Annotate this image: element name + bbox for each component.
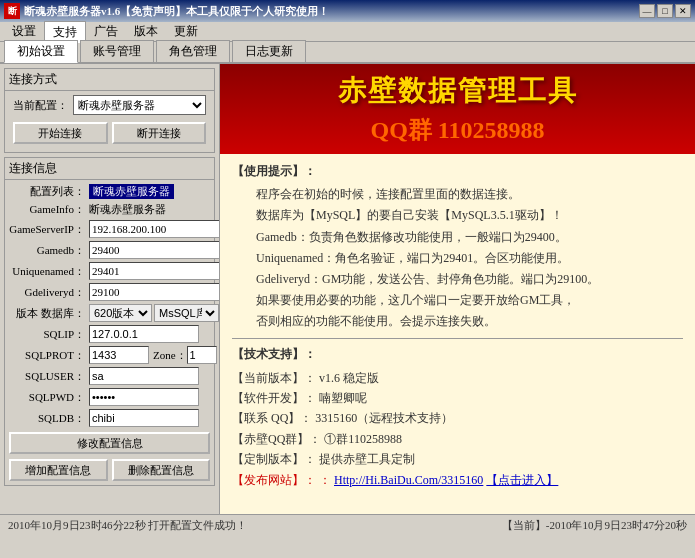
tab-role-mgmt[interactable]: 角色管理 <box>156 40 230 62</box>
add-config-button[interactable]: 增加配置信息 <box>9 459 108 481</box>
gamedb-label: Gamedb： <box>9 243 89 258</box>
tech-label-1: 【软件开发】： <box>232 391 316 405</box>
menu-settings[interactable]: 设置 <box>4 21 44 42</box>
maximize-button[interactable]: □ <box>657 4 673 18</box>
current-config-row: 当前配置： 断魂赤壁服务器 <box>9 95 210 115</box>
menu-bar: 设置 支持 广告 版本 更新 <box>0 22 695 42</box>
sqlip-row: SQLIP： <box>9 325 210 343</box>
connect-button[interactable]: 开始连接 <box>13 122 108 144</box>
usage-line-1: 数据库为【MySQL】的要自己安装【MySQL3.5.1驱动】！ <box>232 206 683 225</box>
publish-link-url[interactable]: Http://Hi.BaiDu.Com/3315160 <box>334 473 483 487</box>
config-list-value: 断魂赤壁服务器 <box>89 184 174 199</box>
sqlprot-input[interactable] <box>89 346 149 364</box>
info-section-content: 配置列表： 断魂赤壁服务器 GameInfo： 断魂赤壁服务器 GameServ… <box>5 180 214 485</box>
connect-section-content: 当前配置： 断魂赤壁服务器 开始连接 断开连接 <box>5 91 214 152</box>
sqlprot-row: SQLPROT： Zone： <box>9 346 210 364</box>
uniquenamed-input[interactable] <box>89 262 220 280</box>
sqldb-label: SQLDB： <box>9 411 89 426</box>
menu-version[interactable]: 版本 <box>126 21 166 42</box>
usage-title: 【使用提示】： <box>232 162 683 181</box>
usage-line-3: Uniquenamed：角色名验证，端口为29401。合区功能使用。 <box>232 249 683 268</box>
menu-update[interactable]: 更新 <box>166 21 206 42</box>
current-config-select[interactable]: 断魂赤壁服务器 <box>73 95 206 115</box>
connect-buttons: 开始连接 断开连接 <box>9 118 210 148</box>
uniquenamed-label: Uniquenamed： <box>9 264 89 279</box>
status-right: 【当前】-2010年10月9日23时47分20秒 <box>502 518 687 533</box>
tech-label-3: 【赤壁QQ群】： <box>232 432 321 446</box>
status-left: 2010年10月9日23时46分22秒 打开配置文件成功！ <box>8 518 247 533</box>
usage-line-2: Gamedb：负责角色数据修改功能使用，一般端口为29400。 <box>232 228 683 247</box>
tab-log-update[interactable]: 日志更新 <box>232 40 306 62</box>
info-divider <box>232 338 683 339</box>
tech-row-1: 【软件开发】： 喃塑卿呢 <box>232 388 683 408</box>
status-bar: 2010年10月9日23时46分22秒 打开配置文件成功！ 【当前】-2010年… <box>0 514 695 536</box>
tech-info: 【当前版本】： v1.6 稳定版 【软件开发】： 喃塑卿呢 【联系 QQ】： 3… <box>232 368 683 490</box>
gameserverip-label: GameServerIP： <box>9 222 89 237</box>
tech-label-4: 【定制版本】： <box>232 452 316 466</box>
uniquenamed-row: Uniquenamed： <box>9 262 210 280</box>
gameinfo-label: GameInfo： <box>9 202 89 217</box>
publish-value: ： <box>319 473 331 487</box>
tech-value-4: 提供赤壁工具定制 <box>319 452 415 466</box>
zone-input[interactable] <box>187 346 217 364</box>
app-icon: 断 <box>4 3 20 19</box>
publish-link-enter[interactable]: 【点击进入】 <box>486 473 558 487</box>
connect-section-title: 连接方式 <box>5 69 214 91</box>
minimize-button[interactable]: — <box>639 4 655 18</box>
sqlip-label: SQLIP： <box>9 327 89 342</box>
info-content: 【使用提示】： 程序会在初始的时候，连接配置里面的数据连接。 数据库为【MySQ… <box>220 154 695 514</box>
title-bar-left: 断 断魂赤壁服务器v1.6【免责声明】本工具仅限于个人研究使用！ <box>4 3 329 19</box>
add-delete-buttons: 增加配置信息 删除配置信息 <box>9 459 210 481</box>
sqldb-input[interactable] <box>89 409 199 427</box>
sqluser-label: SQLUSER： <box>9 369 89 384</box>
sqluser-input[interactable] <box>89 367 199 385</box>
banner: 赤壁数据管理工具 QQ群 110258988 <box>220 64 695 154</box>
tech-value-0: v1.6 稳定版 <box>319 371 379 385</box>
right-panel: 赤壁数据管理工具 QQ群 110258988 【使用提示】： 程序会在初始的时候… <box>220 64 695 514</box>
current-config-label: 当前配置： <box>13 98 73 113</box>
gameserverip-row: GameServerIP： <box>9 220 210 238</box>
tech-value-3: ①群110258988 <box>324 432 402 446</box>
sqlprot-label: SQLPROT： <box>9 348 89 363</box>
tech-row-2: 【联系 QQ】： 3315160（远程技术支持） <box>232 408 683 428</box>
gameserverip-input[interactable] <box>89 220 220 238</box>
close-button[interactable]: ✕ <box>675 4 691 18</box>
sqlpwd-input[interactable] <box>89 388 199 406</box>
left-panel: 连接方式 当前配置： 断魂赤壁服务器 开始连接 断开连接 连接信息 <box>0 64 220 514</box>
publish-row: 【发布网站】： ： Http://Hi.BaiDu.Com/3315160 【点… <box>232 470 683 490</box>
tab-bar: 初始设置 账号管理 角色管理 日志更新 <box>0 42 695 64</box>
tab-initial-setup[interactable]: 初始设置 <box>4 40 78 63</box>
modify-config-button[interactable]: 修改配置信息 <box>9 432 210 454</box>
tech-label-2: 【联系 QQ】： <box>232 411 312 425</box>
usage-line-6: 否则相应的功能不能使用。会提示连接失败。 <box>232 312 683 331</box>
disconnect-button[interactable]: 断开连接 <box>112 122 207 144</box>
menu-ads[interactable]: 广告 <box>86 21 126 42</box>
db-select[interactable]: MsSQL库 <box>154 304 219 322</box>
gameinfo-row: GameInfo： 断魂赤壁服务器 <box>9 202 210 217</box>
banner-qq: QQ群 110258988 <box>236 114 679 146</box>
sqlip-input[interactable] <box>89 325 199 343</box>
gameinfo-value: 断魂赤壁服务器 <box>89 202 166 217</box>
tab-account-mgmt[interactable]: 账号管理 <box>80 40 154 62</box>
publish-label: 【发布网站】： <box>232 473 316 487</box>
title-bar: 断 断魂赤壁服务器v1.6【免责声明】本工具仅限于个人研究使用！ — □ ✕ <box>0 0 695 22</box>
delete-config-button[interactable]: 删除配置信息 <box>112 459 211 481</box>
connect-section: 连接方式 当前配置： 断魂赤壁服务器 开始连接 断开连接 <box>4 68 215 153</box>
usage-line-0: 程序会在初始的时候，连接配置里面的数据连接。 <box>232 185 683 204</box>
config-list-label: 配置列表： <box>9 184 89 199</box>
gdeliveryd-input[interactable] <box>89 283 220 301</box>
config-list-row: 配置列表： 断魂赤壁服务器 <box>9 184 210 199</box>
version-select[interactable]: 620版本 <box>89 304 152 322</box>
tech-row-0: 【当前版本】： v1.6 稳定版 <box>232 368 683 388</box>
zone-label: Zone： <box>153 348 187 363</box>
banner-title: 赤壁数据管理工具 <box>236 72 679 110</box>
tech-row-4: 【定制版本】： 提供赤壁工具定制 <box>232 449 683 469</box>
window-title: 断魂赤壁服务器v1.6【免责声明】本工具仅限于个人研究使用！ <box>24 4 329 19</box>
tech-row-3: 【赤壁QQ群】： ①群110258988 <box>232 429 683 449</box>
sqldb-row: SQLDB： <box>9 409 210 427</box>
main-container: 连接方式 当前配置： 断魂赤壁服务器 开始连接 断开连接 连接信息 <box>0 64 695 514</box>
info-section: 连接信息 配置列表： 断魂赤壁服务器 GameInfo： 断魂赤壁服务器 Gam… <box>4 157 215 486</box>
tech-label-0: 【当前版本】： <box>232 371 316 385</box>
usage-line-4: Gdeliveryd：GM功能，发送公告、封停角色功能。端口为29100。 <box>232 270 683 289</box>
gamedb-input[interactable] <box>89 241 220 259</box>
